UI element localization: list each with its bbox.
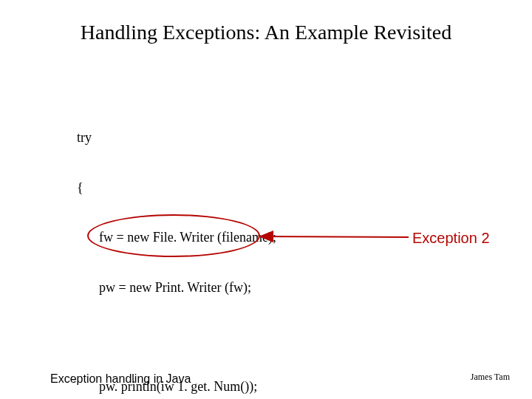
code-line: { <box>77 180 413 197</box>
slide: Handling Exceptions: An Example Revisite… <box>0 0 532 399</box>
code-line: try <box>77 129 413 146</box>
code-line: pw = new Print. Writer (fw); <box>99 279 413 296</box>
code-line: fw = new File. Writer (filename); <box>99 229 413 246</box>
slide-title: Handling Exceptions: An Example Revisite… <box>0 21 532 44</box>
callout-label: Exception 2 <box>412 230 490 247</box>
blank-line <box>77 329 413 345</box>
footer-right: James Tam <box>471 372 510 383</box>
footer-left: Exception handling in Java <box>50 372 191 386</box>
code-block: try { fw = new File. Writer (filename); … <box>77 96 413 399</box>
